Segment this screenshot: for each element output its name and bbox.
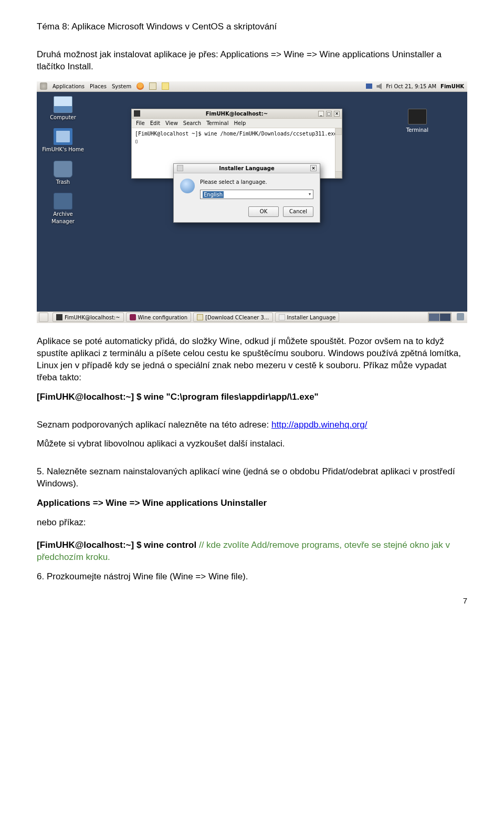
volume-icon[interactable] (376, 83, 382, 89)
menu-edit[interactable]: Edit (150, 120, 160, 127)
paragraph-step5: 5. Nalezněte seznam nainstalovaných apli… (37, 466, 467, 490)
terminal-line: [FimUHK@localhost ~]$ wine /home/FimUHK/… (135, 130, 339, 138)
terminal-menubar: File Edit View Search Terminal Help (132, 119, 342, 129)
paragraph-uninstaller-path: Applications => Wine => Wine application… (37, 497, 467, 509)
workspace-1[interactable] (429, 314, 439, 321)
scroll-down-icon[interactable] (335, 171, 342, 178)
terminal-scrollbar[interactable] (335, 128, 342, 178)
menu-system[interactable]: System (112, 83, 131, 90)
computer-icon (54, 96, 72, 113)
menu-view[interactable]: View (165, 120, 178, 127)
mail-icon[interactable] (149, 82, 156, 90)
terminal-window-icon (134, 110, 140, 117)
menu-terminal[interactable]: Terminal (206, 120, 228, 127)
download-icon (197, 314, 203, 320)
installer-close-button[interactable]: × (310, 165, 317, 171)
installer-titlebar[interactable]: Installer Language × (174, 164, 320, 173)
embedded-screenshot: Applications Places System Fri Oct 21, 9… (37, 81, 467, 323)
installer-prompt: Please select a language. (200, 179, 313, 186)
scroll-up-icon[interactable] (335, 128, 342, 135)
menu-help[interactable]: Help (234, 120, 246, 127)
panel-trash-icon[interactable] (457, 313, 465, 321)
terminal-titlebar[interactable]: FimUHK@localhost:~ _ □ × (132, 109, 342, 119)
gnome-bottom-panel: FimUHK@localhost:~ Wine configuration [D… (37, 311, 467, 323)
desktop-launcher-terminal[interactable]: Terminal (406, 109, 428, 134)
cancel-button[interactable]: Cancel (283, 206, 313, 217)
desktop-icon-computer[interactable]: Computer (42, 96, 84, 121)
home-folder-icon (54, 128, 72, 145)
menu-applications[interactable]: Applications (52, 83, 85, 90)
paragraph-appdb-link: Seznam podporovaných aplikací nalezněte … (37, 419, 467, 431)
desktop-icon-home[interactable]: FimUHK's Home (42, 128, 84, 153)
installer-window-icon (177, 165, 183, 171)
page-header: Téma 8: Aplikace Microsoft Windows v Cen… (37, 21, 467, 33)
gnome-top-panel: Applications Places System Fri Oct 21, 9… (37, 81, 467, 92)
menu-search[interactable]: Search (183, 120, 201, 127)
maximize-button[interactable]: □ (326, 111, 332, 117)
language-dropdown[interactable]: English ▾ (200, 190, 313, 199)
paragraph-or-command: nebo příkaz: (37, 517, 467, 529)
taskbar-item-wine-config[interactable]: Wine configuration (126, 313, 191, 322)
page-number: 7 (37, 596, 467, 606)
taskbar-item-download[interactable]: [Download CCleaner 3... (193, 313, 273, 322)
installer-title-text: Installer Language (183, 165, 310, 172)
command-wine-control: [FimUHK@localhost:~] $ wine control // k… (37, 539, 467, 564)
notes-icon[interactable] (162, 82, 169, 90)
installer-language-dialog: Installer Language × Please select a lan… (173, 163, 320, 223)
paragraph-step6: 6. Prozkoumejte nástroj Wine file (Wine … (37, 571, 467, 583)
globe-icon (180, 179, 195, 193)
workspace-2[interactable] (440, 314, 450, 321)
network-icon[interactable] (366, 84, 372, 89)
link-appdb-winehq[interactable]: http://appdb.winehq.org/ (271, 420, 367, 430)
intro-paragraph: Druhá možnost jak instalovat aplikace je… (37, 49, 467, 73)
desktop-icons: Computer FimUHK's Home Trash Archive Man… (42, 96, 84, 225)
command-wine-exe: [FimUHK@localhost:~] $ wine "C:\program … (37, 391, 467, 403)
gnome-foot-icon (40, 82, 47, 90)
desktop-icon-trash[interactable]: Trash (42, 161, 84, 186)
paragraph-appdb-text: Seznam podporovaných aplikací nalezněte … (37, 420, 271, 430)
terminal-cursor-line: ▯ (135, 138, 339, 145)
clock[interactable]: Fri Oct 21, 9:15 AM (386, 83, 436, 90)
terminal-title-text: FimUHK@localhost:~ (206, 110, 268, 118)
installer-icon (279, 314, 285, 320)
desktop-icon-archive[interactable]: Archive Manager (42, 193, 84, 225)
chevron-down-icon: ▾ (309, 192, 311, 197)
user-menu[interactable]: FimUHK (440, 83, 464, 90)
paragraph-try-install: Můžete si vybrat libovolnou aplikaci a v… (37, 438, 467, 450)
menu-places[interactable]: Places (90, 83, 107, 90)
workspace-switcher[interactable] (428, 313, 452, 322)
command-wine-control-cmd: [FimUHK@localhost:~] $ wine control (37, 540, 196, 550)
minimize-button[interactable]: _ (318, 111, 324, 117)
language-selected-value: English (203, 191, 224, 199)
terminal-icon (56, 314, 62, 320)
archive-manager-icon (54, 193, 72, 210)
paragraph-wine-path-note: Aplikace se poté automaticky přidá, do s… (37, 336, 467, 384)
terminal-icon (408, 109, 427, 124)
close-button[interactable]: × (334, 111, 340, 117)
wine-icon (130, 314, 136, 320)
taskbar-item-terminal[interactable]: FimUHK@localhost:~ (52, 313, 124, 322)
show-desktop-button[interactable] (39, 313, 48, 322)
taskbar-item-installer[interactable]: Installer Language (275, 313, 340, 322)
menu-file[interactable]: File (136, 120, 145, 127)
ok-button[interactable]: OK (248, 206, 279, 217)
firefox-icon[interactable] (136, 82, 144, 90)
trash-icon (54, 161, 72, 178)
